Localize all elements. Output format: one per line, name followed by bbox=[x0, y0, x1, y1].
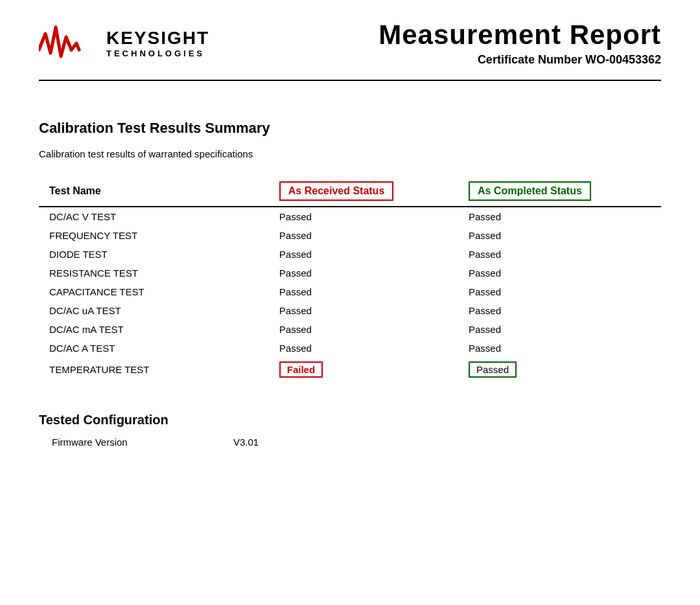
as-completed-cell: Passed bbox=[458, 226, 661, 245]
as-received-cell: Passed bbox=[269, 245, 458, 264]
test-name-cell: CAPACITANCE TEST bbox=[39, 282, 269, 301]
logo-keysight-label: KEYSIGHT bbox=[106, 28, 209, 49]
table-row: DC/AC V TESTPassedPassed bbox=[39, 207, 661, 226]
as-completed-cell: Passed bbox=[458, 282, 661, 301]
certificate-number: Certificate Number WO-00453362 bbox=[379, 53, 661, 67]
test-name-cell: DC/AC mA TEST bbox=[39, 320, 269, 339]
as-received-cell: Passed bbox=[269, 207, 458, 226]
logo-text: KEYSIGHT TECHNOLOGIES bbox=[106, 28, 209, 58]
test-name-cell: DC/AC A TEST bbox=[39, 339, 269, 358]
logo-area: KEYSIGHT TECHNOLOGIES bbox=[39, 21, 209, 66]
table-row: RESISTANCE TESTPassedPassed bbox=[39, 264, 661, 282]
summary-section: Calibration Test Results Summary Calibra… bbox=[39, 120, 661, 382]
as-completed-header-label: As Completed Status bbox=[469, 181, 591, 201]
col-header-as-received: As Received Status bbox=[269, 177, 458, 207]
as-received-header-label: As Received Status bbox=[279, 181, 394, 201]
as-completed-cell: Passed bbox=[458, 339, 661, 358]
report-title-area: Measurement Report Certificate Number WO… bbox=[379, 19, 661, 67]
status-passed-box-badge: Passed bbox=[469, 361, 517, 378]
as-completed-cell: Passed bbox=[458, 264, 661, 282]
as-received-cell: Passed bbox=[269, 320, 458, 339]
summary-section-subtitle: Calibration test results of warranted sp… bbox=[39, 148, 661, 159]
as-received-cell: Passed bbox=[269, 226, 458, 245]
col-header-test-name: Test Name bbox=[39, 177, 269, 207]
as-received-cell: Passed bbox=[269, 301, 458, 320]
as-completed-cell: Passed bbox=[458, 358, 661, 382]
test-name-cell: DC/AC uA TEST bbox=[39, 301, 269, 320]
as-completed-cell: Passed bbox=[458, 207, 661, 226]
summary-section-title: Calibration Test Results Summary bbox=[39, 120, 661, 137]
table-row: FREQUENCY TESTPassedPassed bbox=[39, 226, 661, 245]
table-row: CAPACITANCE TESTPassedPassed bbox=[39, 282, 661, 301]
as-completed-cell: Passed bbox=[458, 301, 661, 320]
page-header: KEYSIGHT TECHNOLOGIES Measurement Report… bbox=[39, 19, 661, 81]
as-completed-cell: Passed bbox=[458, 320, 661, 339]
table-row: DC/AC uA TESTPassedPassed bbox=[39, 301, 661, 320]
config-value: V3.01 bbox=[233, 437, 259, 448]
keysight-logo-icon bbox=[39, 21, 97, 66]
col-header-as-completed: As Completed Status bbox=[458, 177, 661, 207]
table-row: TEMPERATURE TESTFailedPassed bbox=[39, 358, 661, 382]
table-row: DIODE TESTPassedPassed bbox=[39, 245, 661, 264]
test-name-cell: DIODE TEST bbox=[39, 245, 269, 264]
results-table: Test Name As Received Status As Complete… bbox=[39, 177, 661, 382]
config-section: Tested Configuration Firmware VersionV3.… bbox=[39, 413, 661, 449]
test-name-cell: RESISTANCE TEST bbox=[39, 264, 269, 282]
test-name-cell: DC/AC V TEST bbox=[39, 207, 269, 226]
as-received-cell: Passed bbox=[269, 339, 458, 358]
as-received-cell: Passed bbox=[269, 282, 458, 301]
config-row: Firmware VersionV3.01 bbox=[39, 435, 661, 449]
as-received-cell: Failed bbox=[269, 358, 458, 382]
table-row: DC/AC A TESTPassedPassed bbox=[39, 339, 661, 358]
config-section-title: Tested Configuration bbox=[39, 413, 661, 428]
as-received-cell: Passed bbox=[269, 264, 458, 282]
status-failed-badge: Failed bbox=[279, 361, 323, 378]
as-completed-cell: Passed bbox=[458, 245, 661, 264]
table-row: DC/AC mA TESTPassedPassed bbox=[39, 320, 661, 339]
report-main-title: Measurement Report bbox=[379, 19, 661, 51]
logo-technologies-label: TECHNOLOGIES bbox=[106, 49, 209, 58]
config-label: Firmware Version bbox=[52, 437, 181, 448]
test-name-cell: TEMPERATURE TEST bbox=[39, 358, 269, 382]
test-name-cell: FREQUENCY TEST bbox=[39, 226, 269, 245]
